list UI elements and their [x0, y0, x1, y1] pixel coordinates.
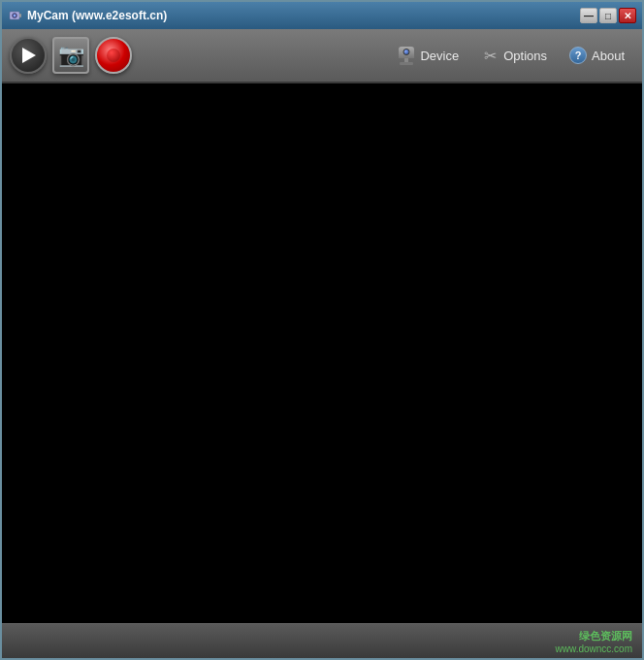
- about-label: About: [592, 49, 625, 63]
- camera-icon: 📷: [58, 45, 84, 66]
- play-button[interactable]: [10, 37, 47, 74]
- play-icon: [22, 48, 36, 63]
- statusbar: 绿色资源网 www.downcc.com: [2, 623, 642, 658]
- device-icon: [397, 46, 416, 65]
- toolbar-left-group: 📷: [10, 37, 383, 74]
- device-label: Device: [420, 49, 459, 63]
- close-button[interactable]: ✕: [619, 8, 636, 23]
- toolbar-right-group: Device ✂ Options ? About: [387, 40, 634, 71]
- options-icon: ✂: [480, 46, 499, 65]
- options-menu-button[interactable]: ✂ Options: [470, 40, 557, 71]
- watermark-line2: www.downcc.com: [556, 644, 632, 654]
- toolbar: 📷 Device: [2, 29, 642, 83]
- maximize-button[interactable]: □: [599, 8, 617, 23]
- record-button[interactable]: [95, 37, 132, 74]
- main-window: MyCam (www.e2esoft.cn) — □ ✕ 📷: [0, 0, 644, 660]
- window-controls: — □ ✕: [580, 8, 636, 23]
- video-area: [2, 83, 642, 623]
- device-menu-button[interactable]: Device: [387, 40, 468, 71]
- window-title: MyCam (www.e2esoft.cn): [27, 9, 167, 22]
- titlebar-left: MyCam (www.e2esoft.cn): [8, 8, 167, 23]
- options-label: Options: [503, 49, 547, 63]
- snapshot-button[interactable]: 📷: [52, 37, 89, 74]
- about-menu-button[interactable]: ? About: [559, 40, 634, 71]
- svg-point-2: [14, 15, 16, 16]
- about-icon: ?: [568, 46, 588, 65]
- record-icon: [107, 49, 120, 62]
- svg-rect-3: [19, 14, 21, 17]
- minimize-button[interactable]: —: [580, 8, 597, 23]
- watermark-line1: 绿色资源网: [556, 629, 632, 644]
- titlebar: MyCam (www.e2esoft.cn) — □ ✕: [2, 2, 642, 29]
- app-icon: [8, 8, 23, 23]
- watermark: 绿色资源网 www.downcc.com: [556, 629, 632, 654]
